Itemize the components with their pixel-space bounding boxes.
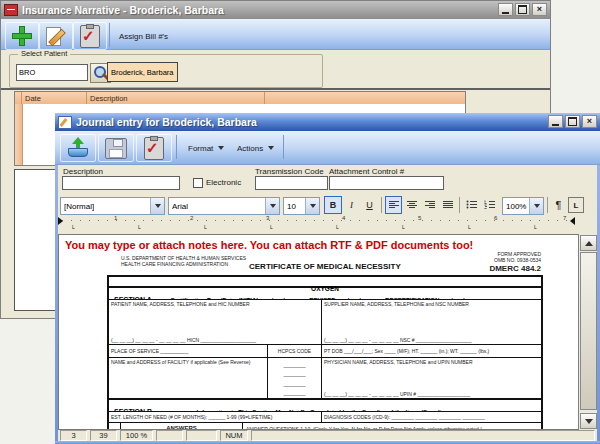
insurance-window-title: Insurance Narrative - Broderick, Barbara: [22, 4, 224, 16]
numbered-list-button[interactable]: [481, 196, 498, 214]
format-menu-button[interactable]: Format: [182, 138, 230, 158]
show-paragraph-marks-button[interactable]: ¶: [551, 196, 566, 214]
cmn-diagnosis-cell: DIAGNOSIS CODES (ICD-9): ________ ______…: [322, 412, 541, 422]
journal-close-button[interactable]: ×: [582, 115, 597, 128]
electronic-checkbox[interactable]: [193, 178, 203, 188]
scroll-up-button[interactable]: [580, 235, 597, 251]
cmn-section-a-row: SECTION A Certification Type/Date: INITI…: [109, 288, 541, 300]
selected-patient-chip[interactable]: Broderick, Barbara: [107, 62, 178, 82]
grid-column-description[interactable]: Description: [87, 92, 265, 104]
grid-row-gutter: [15, 104, 23, 165]
grid-column-date[interactable]: Date: [22, 92, 87, 104]
edit-narrative-button[interactable]: [39, 22, 73, 50]
clipboard-check-icon: ✓: [80, 25, 100, 48]
chevron-down-icon: [218, 146, 224, 150]
status-cell-numlock: NUM: [220, 430, 248, 441]
spellcheck-button[interactable]: ✓: [136, 134, 172, 162]
font-family-select[interactable]: Arial: [168, 197, 280, 215]
cmn-supplier-cell: SUPPLIER NAME, ADDRESS, TELEPHONE and NS…: [322, 300, 541, 344]
align-left-icon: [388, 200, 400, 210]
triangle-up-icon: [585, 241, 593, 246]
cmn-facility-cell: NAME and ADDRESS of FACILITY if applicab…: [109, 358, 268, 398]
bullet-list-button[interactable]: [463, 196, 480, 214]
save-button[interactable]: [98, 134, 134, 162]
chevron-down-icon: [155, 204, 161, 208]
cmn-section-b-row: SECTION B Information in This Section Ma…: [109, 400, 541, 412]
status-cell-message: [251, 430, 595, 441]
minimize-button[interactable]: [498, 3, 513, 16]
insurance-toolbar: ✓ Assign Bill #'s: [1, 19, 550, 50]
page-layout-button[interactable]: L: [568, 197, 584, 213]
import-button[interactable]: [60, 134, 96, 162]
cmn-pos-row: PLACE OF SERVICE __________ HCPCS CODE P…: [109, 345, 541, 358]
journal-status-bar: 3 39 100 % NUM: [58, 430, 597, 441]
add-narrative-button[interactable]: [5, 22, 39, 50]
cmn-patient-cell: PATIENT NAME, ADDRESS, TELEPHONE and HIC…: [109, 300, 322, 344]
grid-column-filler: [265, 92, 465, 104]
desktop: Insurance Narrative - Broderick, Barbara…: [0, 0, 600, 444]
cmn-pt-cell: PT DOB ___/___/___; Sex ____ (M/F); HT. …: [322, 345, 541, 357]
verify-button[interactable]: ✓: [73, 22, 107, 50]
journal-document-area[interactable]: You may type or attach notes here. You c…: [58, 234, 579, 430]
document-scrollbar[interactable]: [578, 234, 597, 430]
scroll-down-button[interactable]: [580, 413, 597, 429]
cmn-answers-row: ANSWERS ANSWER QUESTIONS 1-10, (Circle Y…: [109, 423, 541, 430]
edit-icon: [45, 26, 67, 46]
journal-window-title: Journal entry for Broderick, Barbara: [76, 116, 257, 128]
journal-toolbar: ✓ Format Actions: [55, 131, 600, 165]
insurance-titlebar[interactable]: Insurance Narrative - Broderick, Barbara…: [1, 1, 550, 19]
cmn-facility-row: NAME and ADDRESS of FACILITY if applicab…: [109, 358, 541, 400]
cmn-physician-cell: PHYSICIAN NAME, ADDRESS, TELEPHONE and U…: [322, 358, 541, 398]
status-cell-column: 39: [90, 430, 117, 441]
align-left-button[interactable]: [385, 196, 402, 214]
zoom-select[interactable]: 100%: [502, 197, 544, 215]
align-right-button[interactable]: [421, 196, 438, 214]
description-input[interactable]: [62, 176, 180, 190]
attachment-control-input[interactable]: [329, 176, 444, 190]
transmission-code-input[interactable]: [255, 176, 328, 190]
attachment-control-label: Attachment Control #: [329, 167, 404, 176]
import-arrow-icon: [67, 137, 89, 159]
left-indent-marker[interactable]: [58, 217, 63, 225]
italic-button[interactable]: I: [343, 196, 360, 214]
cmn-est-row: EST. LENGTH OF NEED (# OF MONTHS): _____…: [109, 412, 541, 423]
cmn-answer-instructions-cell: ANSWER QUESTIONS 1-10, (Circle Y for Yes…: [243, 423, 541, 430]
paragraph-style-select[interactable]: [Normal]: [60, 197, 165, 215]
triangle-down-icon: [585, 419, 593, 424]
transmission-code-label: Transmission Code: [255, 167, 324, 176]
electronic-label: Electronic: [206, 178, 241, 187]
justify-icon: [442, 200, 454, 210]
cmn-answers-cell: ANSWERS: [120, 423, 243, 430]
save-icon: [105, 138, 127, 159]
cmn-form: OXYGEN SECTION A Certification Type/Date…: [107, 275, 543, 430]
align-right-icon: [424, 200, 436, 210]
maximize-button[interactable]: [515, 3, 530, 16]
justify-button[interactable]: [439, 196, 456, 214]
right-indent-marker[interactable]: [570, 217, 575, 225]
journal-window-icon: [58, 116, 72, 129]
assign-bill-button[interactable]: Assign Bill #'s: [113, 26, 174, 46]
journal-minimize-button[interactable]: [548, 115, 563, 128]
editor-note-text: You may type or attach notes here. You c…: [65, 239, 473, 251]
scrollbar-thumb[interactable]: [580, 252, 597, 410]
numbered-list-icon: [484, 200, 496, 210]
chevron-down-icon: [534, 204, 540, 208]
cmn-agency-lines: U.S. DEPARTMENT OF HEALTH & HUMAN SERVIC…: [121, 255, 246, 268]
cmn-oxygen-row: OXYGEN: [109, 277, 541, 288]
cmn-hcpcs-blanks-cell: ________ ________ ________ ________: [268, 358, 322, 398]
journal-titlebar[interactable]: Journal entry for Broderick, Barbara ×: [55, 113, 600, 131]
ruler-tab-stops: L L L L L L L L L L L L L: [72, 224, 600, 230]
close-button[interactable]: ×: [532, 3, 547, 16]
patient-search-input[interactable]: [16, 64, 88, 81]
journal-entry-window: Journal entry for Broderick, Barbara × ✓…: [55, 113, 600, 444]
bold-button[interactable]: B: [324, 196, 342, 214]
divider: [1, 88, 550, 90]
cmn-patient-supplier-row: PATIENT NAME, ADDRESS, TELEPHONE and HIC…: [109, 300, 541, 345]
plus-icon: [12, 26, 32, 46]
ruler[interactable]: 1 2 3 4 5 6 7 L L L L L L L L L L L L L: [58, 215, 578, 234]
align-center-button[interactable]: [403, 196, 420, 214]
underline-button[interactable]: U: [361, 196, 378, 214]
font-size-select[interactable]: 10: [283, 197, 320, 215]
journal-maximize-button[interactable]: [565, 115, 580, 128]
actions-menu-button[interactable]: Actions: [231, 138, 280, 158]
